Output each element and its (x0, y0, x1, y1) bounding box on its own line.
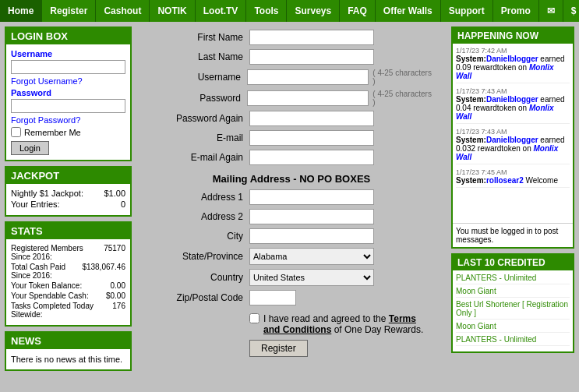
state-select[interactable]: Alabama Alaska Arizona (249, 248, 374, 265)
news-content: There is no news at this time. (6, 349, 130, 369)
mailing-header: Mailing Address - NO PO BOXES (148, 173, 435, 185)
password-again-input[interactable] (249, 111, 374, 126)
jackpot-nightly-value: $1.00 (104, 189, 125, 198)
reg-username-input[interactable] (247, 69, 369, 85)
jackpot-nightly-label: Nightly $1 Jackpot: (11, 189, 83, 198)
stats-row: Registered Members Since 2016:75170 (11, 244, 125, 261)
chat-system: System: (456, 95, 486, 104)
stats-label: Tasks Completed Today Sitewide: (11, 302, 112, 319)
nav-dollar[interactable]: $ (563, 0, 579, 22)
address1-input[interactable] (249, 189, 374, 205)
username-hint: ( 4-25 characters ) (372, 69, 435, 86)
chat-amount: 0.09 rewardtoken (456, 63, 516, 72)
reg-password-input[interactable] (247, 90, 369, 106)
chat-system: System: (456, 55, 486, 63)
nav-tools[interactable]: Tools (246, 0, 287, 22)
stats-value: $0.00 (106, 291, 125, 300)
password-label: Password (11, 88, 125, 97)
forgot-username-link[interactable]: Forgot Username? (11, 76, 125, 86)
nav-notik[interactable]: NOTIK (150, 0, 195, 22)
password-row: Password ( 4-25 characters ) (148, 90, 435, 107)
address2-input[interactable] (249, 209, 374, 224)
stats-label: Registered Members Since 2016: (11, 244, 104, 261)
username-row: Username ( 4-25 characters ) (148, 69, 435, 86)
chat-user: Danielblogger (486, 55, 538, 63)
city-row: City (148, 228, 435, 244)
email-again-label: E-mail Again (148, 152, 249, 163)
list-item: PLANTERS - Unlimited (456, 274, 570, 284)
stats-row: Tasks Completed Today Sitewide:176 (11, 302, 125, 319)
last10-header: LAST 10 CREDITED (453, 255, 573, 270)
last-name-row: Last Name (148, 49, 435, 65)
email-input[interactable] (249, 130, 374, 146)
password-input[interactable] (11, 99, 125, 113)
zip-input[interactable] (249, 290, 296, 305)
registration-form: First Name Last Name Username ( 4-25 cha… (148, 30, 435, 357)
nav-bar: Home Register Cashout NOTIK Loot.TV Tool… (0, 0, 579, 22)
city-input[interactable] (249, 228, 374, 244)
left-sidebar: LOGIN BOX Username Forgot Username? Pass… (0, 22, 136, 392)
chat-entry: 1/17/23 7:43 AMSystem:Danielblogger earn… (456, 87, 570, 124)
right-sidebar: HAPPENING NOW 1/17/23 7:42 AMSystem:Dani… (447, 22, 579, 392)
nav-offerwalls[interactable]: Offer Walls (376, 0, 441, 22)
password-again-row: Password Again (148, 111, 435, 126)
nav-mail[interactable]: ✉ (539, 0, 563, 22)
zip-label: Zip/Postal Code (148, 292, 249, 303)
nav-home[interactable]: Home (0, 0, 42, 22)
stats-label: Total Cash Paid Since 2016: (11, 263, 82, 280)
jackpot-content: Nightly $1 Jackpot: $1.00 Your Entries: … (6, 184, 130, 215)
country-select[interactable]: United States Canada United Kingdom (249, 269, 374, 286)
main-content: First Name Last Name Username ( 4-25 cha… (136, 22, 447, 392)
login-box-header: LOGIN BOX (6, 28, 130, 44)
jackpot-entries-value: 0 (121, 200, 125, 209)
nav-support[interactable]: Support (441, 0, 493, 22)
nav-cashout[interactable]: Cashout (96, 0, 150, 22)
last10-content: PLANTERS - UnlimitedMoon GiantBest Url S… (453, 270, 573, 351)
jackpot-header: JACKPOT (6, 168, 130, 184)
login-box: LOGIN BOX Username Forgot Username? Pass… (5, 26, 132, 161)
country-label: Country (148, 272, 249, 283)
username-label: Username (11, 49, 125, 58)
login-button[interactable]: Login (11, 141, 49, 155)
jackpot-entries-label: Your Entries: (11, 200, 60, 209)
list-item: Best Url Shortener [ Registration Only ] (456, 300, 570, 320)
stats-label: Your Spendable Cash: (11, 291, 106, 300)
register-button[interactable]: Register (249, 340, 308, 357)
terms-checkbox[interactable] (249, 313, 259, 323)
stats-value: 176 (112, 302, 125, 319)
remember-row: Remember Me (11, 127, 125, 137)
terms-text: I have read and agreed to the Terms and … (263, 313, 435, 335)
terms-row: I have read and agreed to the Terms and … (249, 313, 435, 335)
terms-link[interactable]: Terms and Conditions (263, 313, 416, 335)
nav-looттv[interactable]: Loot.TV (196, 0, 247, 22)
news-header: NEWS (6, 333, 130, 349)
remember-checkbox[interactable] (11, 127, 21, 137)
address1-label: Address 1 (148, 192, 249, 203)
last-name-input[interactable] (249, 49, 374, 65)
address2-label: Address 2 (148, 211, 249, 222)
chat-timestamp: 1/17/23 7:45 AM (456, 168, 570, 176)
stats-label: Your Token Balance: (11, 281, 111, 290)
nav-surveys[interactable]: Surveys (287, 0, 340, 22)
chat-amount: 0.04 rewardtoken (456, 104, 516, 112)
nav-faq[interactable]: FAQ (340, 0, 376, 22)
jackpot-nightly-row: Nightly $1 Jackpot: $1.00 (11, 189, 125, 198)
first-name-input[interactable] (249, 30, 374, 45)
chat-user: Danielblogger (486, 136, 538, 144)
nav-promo[interactable]: Promo (493, 0, 539, 22)
chat-action: earned (538, 55, 565, 63)
remember-label: Remember Me (24, 128, 81, 137)
email-again-input[interactable] (249, 150, 374, 165)
stats-row: Your Spendable Cash:$0.00 (11, 291, 125, 300)
stats-row: Your Token Balance:0.00 (11, 281, 125, 290)
state-label: State/Province (148, 251, 249, 262)
first-name-row: First Name (148, 30, 435, 45)
stats-box: STATS Registered Members Since 2016:7517… (5, 221, 132, 327)
chat-user: rollosear2 (486, 176, 524, 185)
news-text: There is no news at this time. (11, 355, 122, 364)
username-input[interactable] (11, 60, 125, 74)
chat-action: Welcome (524, 176, 558, 185)
list-item: Moon Giant (456, 287, 570, 298)
forgot-password-link[interactable]: Forgot Password? (11, 115, 125, 125)
nav-register[interactable]: Register (42, 0, 96, 22)
